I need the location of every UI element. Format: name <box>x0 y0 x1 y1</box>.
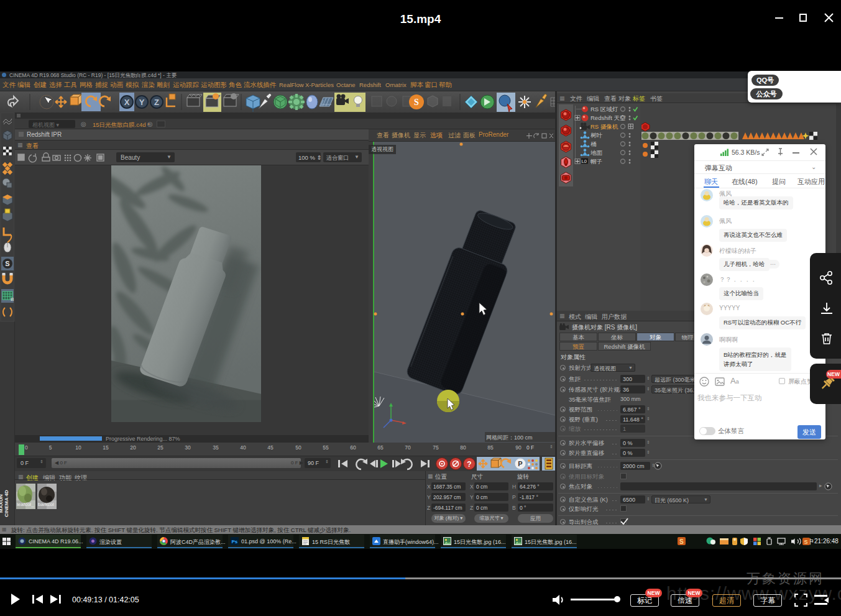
svg-text:S: S <box>679 538 684 545</box>
svg-text:Ps: Ps <box>232 539 238 545</box>
svg-text:X: X <box>124 98 130 107</box>
svg-text:Y: Y <box>139 98 145 107</box>
svg-text:Z: Z <box>154 98 159 107</box>
svg-text:S: S <box>804 539 808 545</box>
svg-text:B: B <box>11 297 14 302</box>
svg-text:S: S <box>414 98 419 107</box>
svg-text:L0: L0 <box>582 159 587 164</box>
svg-text:?: ? <box>467 460 471 469</box>
svg-text:S: S <box>5 260 9 267</box>
svg-text:P: P <box>518 460 522 467</box>
